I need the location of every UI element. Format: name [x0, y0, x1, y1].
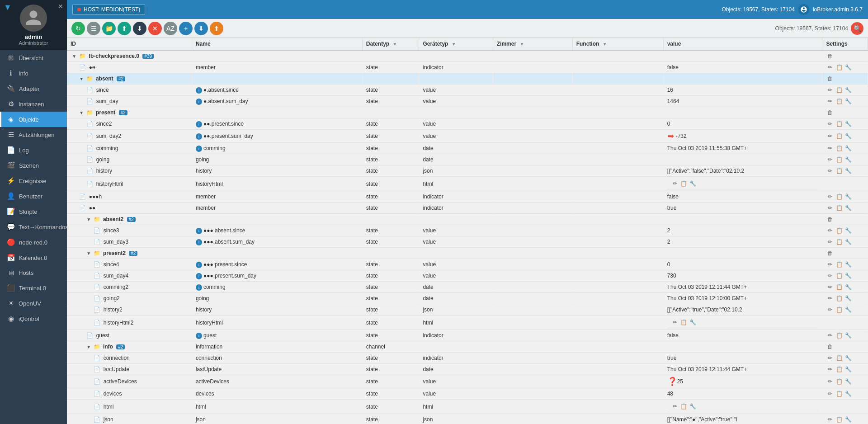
expand-icon[interactable]: ▼	[86, 217, 91, 222]
edit-row-button[interactable]: ✏	[826, 390, 834, 398]
settings-row-button[interactable]: 🔧	[844, 354, 852, 362]
sort-function-icon[interactable]: ▼	[603, 42, 607, 47]
history-row-button[interactable]: 📋	[835, 120, 843, 128]
sidebar-item-hosts[interactable]: 🖥Hosts	[0, 265, 67, 280]
edit-row-button[interactable]: ✏	[826, 226, 834, 235]
sidebar-item-node-red[interactable]: 🔴node-red.0	[0, 235, 67, 250]
history-row-button[interactable]: 📋	[835, 260, 843, 269]
settings-row-button[interactable]: 🔧	[844, 260, 852, 269]
sort-zimmer-icon[interactable]: ▼	[519, 42, 524, 47]
info-icon[interactable]: i	[196, 262, 202, 268]
info-icon[interactable]: i	[196, 333, 202, 339]
settings-row-button[interactable]: 🔧	[844, 155, 852, 164]
info-icon[interactable]: i	[196, 121, 202, 127]
edit-row-button[interactable]: ✏	[826, 167, 834, 175]
edit-row-button[interactable]: ✏	[826, 415, 834, 424]
sort-button[interactable]: AZ	[164, 22, 177, 35]
sidebar-item-openuv[interactable]: ☀OpenUV	[0, 296, 67, 311]
close-icon[interactable]: ✕	[58, 3, 63, 10]
settings-row-button[interactable]: 🔧	[844, 226, 852, 235]
settings-row-button[interactable]: 🔧	[844, 390, 852, 398]
edit-row-button[interactable]: ✏	[671, 402, 679, 410]
delete-row-button[interactable]: 🗑	[826, 215, 834, 223]
settings-row-button[interactable]: 🔧	[689, 402, 697, 410]
edit-row-button[interactable]: ✏	[826, 204, 834, 212]
edit-row-button[interactable]: ✏	[826, 306, 834, 314]
edit-row-button[interactable]: ✏	[826, 155, 834, 164]
history-row-button[interactable]: 📋	[680, 179, 688, 188]
settings-row-button[interactable]: 🔧	[689, 179, 697, 188]
settings-row-button[interactable]: 🔧	[844, 97, 852, 105]
upload-button[interactable]: ⬆	[118, 22, 131, 35]
history-row-button[interactable]: 📋	[835, 63, 843, 71]
sidebar-item-adapter[interactable]: 🔌Adapter	[0, 81, 67, 96]
history-row-button[interactable]: 📋	[835, 354, 843, 362]
sort-geraetetyp-icon[interactable]: ▼	[452, 42, 456, 47]
info-icon[interactable]: i	[196, 87, 202, 94]
history-row-button[interactable]: 📋	[835, 204, 843, 212]
history-row-button[interactable]: 📋	[835, 238, 843, 246]
import-button[interactable]: ⬇	[194, 22, 208, 35]
delete-row-button[interactable]: 🗑	[826, 343, 834, 351]
edit-row-button[interactable]: ✏	[826, 365, 834, 373]
history-row-button[interactable]: 📋	[835, 155, 843, 164]
history-row-button[interactable]: 📋	[835, 365, 843, 373]
sidebar-item-uebersicht[interactable]: ⊞Übersicht	[0, 50, 67, 66]
sidebar-item-aufzaehlungen[interactable]: ☰Aufzählungen	[0, 127, 67, 142]
delete-button[interactable]: ✕	[148, 22, 162, 35]
sidebar-item-kalender[interactable]: 📅Kalender.0	[0, 250, 67, 265]
sidebar-item-instanzen[interactable]: ⚙Instanzen	[0, 96, 67, 112]
edit-row-button[interactable]: ✏	[826, 377, 834, 386]
delete-row-button[interactable]: 🗑	[826, 52, 834, 60]
settings-row-button[interactable]: 🔧	[844, 294, 852, 302]
sidebar-item-log[interactable]: 📄Log	[0, 142, 67, 158]
list-view-button[interactable]: ☰	[87, 22, 100, 35]
info-icon[interactable]: i	[196, 146, 202, 152]
edit-row-button[interactable]: ✏	[826, 193, 834, 201]
folder-button[interactable]: 📁	[102, 22, 116, 35]
delete-row-button[interactable]: 🗑	[826, 249, 834, 257]
expand-icon[interactable]: ▼	[79, 76, 84, 81]
history-row-button[interactable]: 📋	[680, 402, 688, 410]
delete-row-button[interactable]: 🗑	[826, 75, 834, 83]
edit-row-button[interactable]: ✏	[826, 63, 834, 71]
sidebar-item-info[interactable]: ℹInfo	[0, 66, 67, 81]
add-button[interactable]: +	[179, 22, 193, 35]
edit-row-button[interactable]: ✏	[826, 283, 834, 291]
history-row-button[interactable]: 📋	[835, 331, 843, 339]
sidebar-item-benutzer[interactable]: 👤Benutzer	[0, 188, 67, 204]
edit-row-button[interactable]: ✏	[826, 97, 834, 105]
info-icon[interactable]: i	[196, 99, 202, 105]
info-icon[interactable]: i	[196, 228, 202, 234]
history-row-button[interactable]: 📋	[835, 167, 843, 175]
history-row-button[interactable]: 📋	[835, 283, 843, 291]
sidebar-item-objekte[interactable]: ◈Objekte	[0, 112, 67, 127]
export-button[interactable]: ⬆	[210, 22, 223, 35]
sidebar-item-szenen[interactable]: 🎬Szenen	[0, 158, 67, 173]
history-row-button[interactable]: 📋	[835, 144, 843, 152]
settings-row-button[interactable]: 🔧	[689, 318, 697, 326]
edit-row-button[interactable]: ✏	[826, 331, 834, 339]
history-row-button[interactable]: 📋	[835, 193, 843, 201]
sort-datentyp-icon[interactable]: ▼	[392, 42, 397, 47]
history-row-button[interactable]: 📋	[835, 226, 843, 235]
expand-icon[interactable]: ▼	[72, 54, 76, 59]
settings-row-button[interactable]: 🔧	[844, 272, 852, 280]
sidebar-item-ereignisse[interactable]: ⚡Ereignisse	[0, 173, 67, 188]
settings-row-button[interactable]: 🔧	[844, 365, 852, 373]
history-row-button[interactable]: 📋	[680, 318, 688, 326]
expand-icon[interactable]: ▼	[86, 344, 91, 349]
history-row-button[interactable]: 📋	[835, 415, 843, 424]
settings-row-button[interactable]: 🔧	[844, 144, 852, 152]
settings-row-button[interactable]: 🔧	[844, 204, 852, 212]
info-icon[interactable]: i	[196, 273, 202, 279]
expand-icon[interactable]: ▼	[79, 110, 84, 115]
host-badge[interactable]: HOST: MEDION(TEST)	[72, 4, 145, 15]
settings-row-button[interactable]: 🔧	[844, 132, 852, 140]
history-row-button[interactable]: 📋	[835, 377, 843, 386]
edit-row-button[interactable]: ✏	[826, 354, 834, 362]
info-icon[interactable]: i	[196, 239, 202, 245]
edit-row-button[interactable]: ✏	[826, 260, 834, 269]
sidebar-item-text-kommandos[interactable]: 💬Text→Kommandos.0	[0, 219, 67, 235]
settings-row-button[interactable]: 🔧	[844, 120, 852, 128]
